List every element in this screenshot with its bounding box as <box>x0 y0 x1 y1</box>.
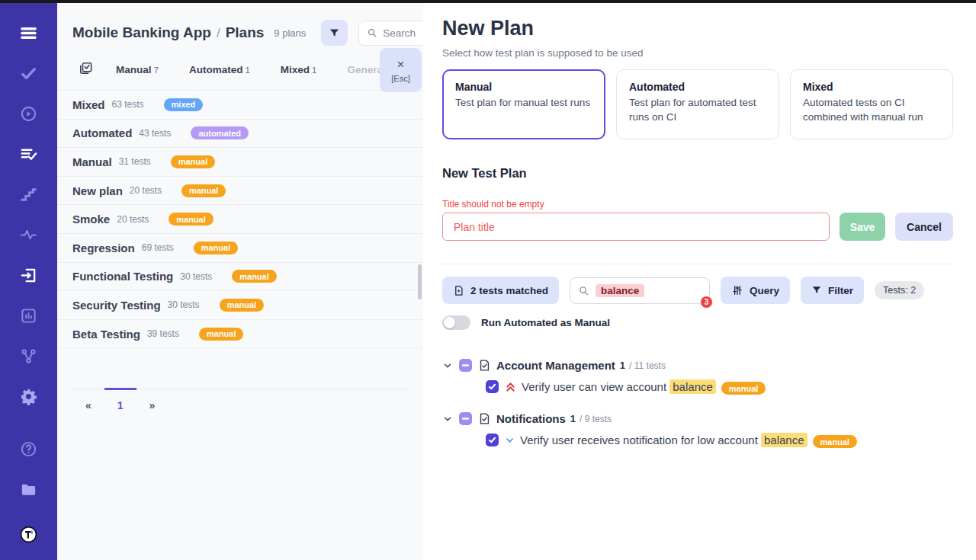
plans-list-check-icon[interactable] <box>20 145 38 163</box>
pulse-activity-icon[interactable] <box>20 226 38 244</box>
run-automated-toggle-row: Run Automated as Manual <box>442 315 953 330</box>
plans-header: Mobile Banking App/Plans 9 plans <box>57 3 423 47</box>
plans-filter-button[interactable] <box>321 20 348 46</box>
plans-search[interactable] <box>358 21 423 46</box>
toggle-knob <box>444 317 455 328</box>
plan-title: New plan <box>72 184 123 197</box>
chevron-down-icon[interactable] <box>442 360 453 371</box>
page-subtitle: Select how test plan is supposed to be u… <box>442 47 953 59</box>
plan-type-badge: manual <box>169 213 214 226</box>
form-heading: New Test Plan <box>442 166 953 181</box>
search-highlight: balance <box>761 433 807 447</box>
plan-type-cards: Manual Test plan for manual test runs Au… <box>442 69 953 139</box>
card-title: Automated <box>629 81 766 93</box>
plan-type-badge: automated <box>191 126 249 139</box>
plan-row-security-testing[interactable]: Security Testing 30 tests manual <box>57 291 423 320</box>
plan-type-card-automated[interactable]: Automated Test plan for automated test r… <box>616 69 779 139</box>
tab-automated[interactable]: Automated1 <box>189 64 250 75</box>
plan-tests-count: 43 tests <box>139 128 171 139</box>
plan-row-mixed[interactable]: Mixed 63 tests mixed <box>57 91 423 120</box>
plans-search-input[interactable] <box>383 27 422 39</box>
close-panel-button[interactable]: × [Esc] <box>380 48 422 92</box>
tests-matched-button[interactable]: 2 tests matched <box>442 277 559 304</box>
pagination-next[interactable]: » <box>136 389 169 418</box>
plan-row-automated[interactable]: Automated 43 tests automated <box>57 120 423 149</box>
card-title: Manual <box>455 81 592 93</box>
plan-type-badge: mixed <box>164 98 204 111</box>
tests-search[interactable]: balance 3 <box>570 277 710 304</box>
search-icon <box>367 27 377 38</box>
run-automated-toggle[interactable] <box>442 315 470 330</box>
divider <box>442 264 953 264</box>
milestones-steps-icon[interactable] <box>20 185 38 203</box>
select-all-icon[interactable] <box>79 61 93 78</box>
group-matched-count: 1 <box>570 413 576 424</box>
plan-row-regression[interactable]: Regression 69 tests manual <box>57 234 423 263</box>
new-plan-panel: New Plan Select how test plan is suppose… <box>423 3 976 560</box>
plan-type-card-mixed[interactable]: Mixed Automated tests on CI combined wit… <box>790 69 953 139</box>
query-button[interactable]: Query <box>721 277 790 304</box>
plan-row-smoke[interactable]: Smoke 20 tests manual <box>57 205 423 234</box>
plan-row-new-plan[interactable]: New plan 20 tests manual <box>57 177 423 206</box>
plan-type-card-manual[interactable]: Manual Test plan for manual test runs <box>442 69 605 139</box>
chevron-down-icon[interactable] <box>442 414 453 424</box>
plans-count: 9 plans <box>274 27 306 39</box>
plan-row-beta-testing[interactable]: Beta Testing 39 tests manual <box>57 320 423 349</box>
save-button[interactable]: Save <box>840 213 885 241</box>
funnel-icon <box>811 285 822 296</box>
card-description: Automated tests on CI combined with manu… <box>803 96 940 124</box>
settings-gear-icon[interactable] <box>20 387 38 405</box>
plan-title: Beta Testing <box>72 328 140 341</box>
test-checkbox-checked[interactable] <box>486 434 499 446</box>
testomat-logo[interactable] <box>15 520 43 548</box>
plan-type-badge: manual <box>181 184 226 197</box>
plan-row-functional-testing[interactable]: Functional Testing 30 tests manual <box>57 263 423 292</box>
breadcrumb-page: Plans <box>226 24 265 40</box>
card-title: Mixed <box>803 81 940 93</box>
runs-play-icon[interactable] <box>20 104 38 123</box>
branch-icon[interactable] <box>20 347 38 365</box>
search-term-chip[interactable]: balance <box>596 284 644 297</box>
analytics-chart-icon[interactable] <box>20 306 38 325</box>
pagination-page-1[interactable]: 1 <box>104 388 136 418</box>
search-count-badge: 3 <box>700 296 713 309</box>
test-title: Verify user receives notification for lo… <box>520 434 857 446</box>
tests-toolbar: 2 tests matched balance 3 Query Filter T… <box>442 277 953 304</box>
test-row-view-balance[interactable]: Verify user can view account balancemanu… <box>486 380 953 393</box>
group-checkbox-indeterminate[interactable] <box>459 359 472 372</box>
test-row-low-balance-notification[interactable]: Verify user receives notification for lo… <box>486 434 953 446</box>
projects-folder-icon[interactable] <box>20 480 38 498</box>
plan-tests-count: 69 tests <box>142 242 174 253</box>
plan-tests-count: 63 tests <box>112 99 144 110</box>
test-checkbox-checked[interactable] <box>486 380 499 393</box>
import-icon[interactable] <box>20 266 38 284</box>
cancel-button[interactable]: Cancel <box>895 213 953 241</box>
filter-button[interactable]: Filter <box>801 277 864 304</box>
tests-check-icon[interactable] <box>20 64 38 82</box>
run-document-icon <box>453 285 464 296</box>
toggle-label: Run Automated as Manual <box>481 317 610 328</box>
page-title: New Plan <box>442 17 953 40</box>
group-name: Account Management <box>496 359 615 372</box>
scrollbar-thumb[interactable] <box>418 264 422 299</box>
test-title: Verify user can view account balancemanu… <box>522 380 766 393</box>
plan-title: Smoke <box>72 213 110 226</box>
breadcrumb-project[interactable]: Mobile Banking App <box>72 24 211 40</box>
tab-mixed[interactable]: Mixed1 <box>281 64 317 75</box>
search-highlight: balance <box>669 379 716 394</box>
plan-type-badge: manual <box>232 270 277 283</box>
plan-row-manual[interactable]: Manual 31 tests manual <box>57 148 423 177</box>
tab-manual[interactable]: Manual7 <box>116 64 159 75</box>
menu-icon[interactable] <box>20 24 38 42</box>
help-icon[interactable] <box>20 440 38 458</box>
pagination-prev[interactable]: « <box>72 389 104 418</box>
plan-title-input[interactable] <box>442 213 830 241</box>
title-form-row: Save Cancel <box>442 213 953 241</box>
validation-error: Title should not be empty <box>442 199 953 210</box>
breadcrumb: Mobile Banking App/Plans <box>72 24 264 41</box>
plan-type-badge: manual <box>220 299 265 312</box>
group-notifications[interactable]: Notifications 1 / 9 tests <box>442 412 953 425</box>
group-account-management[interactable]: Account Management 1 / 11 tests <box>442 359 953 372</box>
plan-tests-count: 30 tests <box>180 271 212 282</box>
group-checkbox-indeterminate[interactable] <box>459 412 472 425</box>
